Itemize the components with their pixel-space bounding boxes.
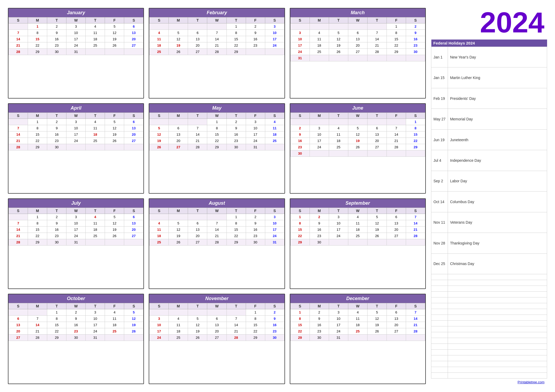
calendar-day: [169, 309, 188, 315]
calendar-day: [105, 144, 124, 150]
empty-row-cell: [431, 355, 448, 361]
calendar-day: 30: [290, 150, 310, 156]
day-header: S: [265, 208, 284, 214]
calendar-day: 9: [47, 30, 66, 36]
calendar-day: 31: [66, 239, 86, 246]
holiday-date: Dec 25: [431, 253, 448, 274]
calendar-day: 7: [406, 309, 425, 315]
right-panel: 2024 Federal Holidays 2024 Jan 1New Year…: [431, 8, 547, 384]
calendar-day: 7: [9, 30, 28, 36]
calendar-day: 29: [207, 144, 226, 150]
calendar-day: 6: [188, 220, 207, 227]
calendar-day: 9: [310, 315, 329, 322]
calendar-day: 15: [226, 36, 246, 42]
calendar-april: AprilSMTWTFS1234567891011121314151617181…: [8, 103, 144, 194]
calendar-day: 24: [246, 138, 265, 144]
calendar-day: 1: [290, 309, 310, 315]
calendar-day: 3: [310, 125, 329, 131]
calendar-table-october: SMTWTFS123456789101112131415161718192021…: [8, 303, 143, 341]
calendar-day: 1: [28, 119, 47, 125]
calendar-day: 26: [169, 49, 188, 55]
calendar-day: 6: [124, 23, 143, 30]
printable-link[interactable]: Printabletree.com: [431, 380, 547, 384]
calendar-day: 7: [207, 220, 226, 227]
day-header: M: [28, 303, 47, 309]
calendar-day: 17: [329, 322, 348, 328]
calendar-day: [124, 334, 143, 341]
empty-row-cell: [431, 367, 448, 373]
day-header: S: [9, 208, 28, 214]
day-header: W: [207, 112, 226, 119]
holiday-name: Labor Day: [448, 171, 547, 191]
calendar-day: 16: [47, 227, 66, 233]
calendar-day: 11: [348, 315, 367, 322]
calendar-day: 1: [28, 214, 47, 220]
calendar-day: 3: [66, 23, 86, 30]
calendar-table-november: SMTWTFS123456789101112131415161718192021…: [149, 303, 284, 341]
calendar-day: 26: [124, 328, 143, 334]
calendar-day: 19: [169, 42, 188, 49]
day-header: M: [28, 17, 47, 23]
calendar-day: 21: [188, 138, 207, 144]
calendar-day: 6: [348, 30, 367, 36]
day-header: T: [329, 112, 348, 119]
calendar-header-march: March: [290, 8, 425, 17]
day-header: S: [290, 303, 310, 309]
calendar-day: 23: [246, 233, 265, 239]
calendar-day: 5: [188, 315, 207, 322]
calendar-day: 13: [188, 36, 207, 42]
calendar-day: 3: [246, 119, 265, 125]
calendar-day: 6: [124, 119, 143, 125]
empty-row-cell: [448, 355, 547, 361]
holiday-date: Oct 14: [431, 192, 448, 212]
calendar-day: 11: [86, 220, 105, 227]
day-header: M: [310, 112, 329, 119]
calendar-day: 24: [329, 328, 348, 334]
day-header: W: [348, 112, 367, 119]
empty-row-cell: [431, 338, 448, 344]
day-header: T: [188, 303, 207, 309]
day-header: S: [406, 208, 425, 214]
calendar-day: 15: [28, 131, 47, 138]
day-header: W: [348, 208, 367, 214]
calendar-day: 26: [329, 49, 348, 55]
calendar-day: 24: [290, 49, 310, 55]
calendar-day: 24: [66, 233, 86, 239]
calendar-day: 18: [105, 322, 124, 328]
calendar-june: JuneSMTWTFS12345678910111213141516171819…: [290, 103, 426, 194]
calendar-day: 28: [207, 49, 226, 55]
day-header: T: [226, 303, 246, 309]
calendar-day: 28: [9, 49, 28, 55]
calendar-day: 14: [9, 131, 28, 138]
calendar-day: 10: [265, 220, 284, 227]
empty-row-cell: [431, 280, 448, 286]
calendar-day: 6: [367, 125, 387, 131]
calendar-day: 18: [265, 131, 284, 138]
calendar-day: 9: [310, 220, 329, 227]
calendar-day: [290, 23, 310, 30]
day-header: S: [9, 303, 28, 309]
calendar-day: 7: [188, 125, 207, 131]
calendar-day: 13: [367, 131, 387, 138]
calendar-day: [367, 334, 387, 341]
calendar-day: 21: [9, 138, 28, 144]
calendar-day: 18: [169, 328, 188, 334]
calendar-day: [290, 119, 310, 125]
calendar-day: 23: [66, 328, 86, 334]
calendar-day: 26: [105, 42, 124, 49]
day-header: S: [265, 112, 284, 119]
calendar-day: 6: [387, 309, 406, 315]
calendar-day: [367, 119, 387, 125]
holiday-name: Independence Day: [448, 150, 547, 171]
holiday-date: Jun 19: [431, 129, 448, 150]
calendar-day: 1: [226, 214, 246, 220]
day-header: F: [246, 17, 265, 23]
calendar-day: 10: [246, 125, 265, 131]
calendar-day: 29: [406, 144, 425, 150]
calendar-day: 14: [367, 36, 387, 42]
calendar-day: 6: [124, 214, 143, 220]
day-header: M: [310, 303, 329, 309]
calendar-day: 10: [290, 36, 310, 42]
calendar-day: 24: [149, 334, 169, 341]
calendar-day: 23: [310, 328, 329, 334]
